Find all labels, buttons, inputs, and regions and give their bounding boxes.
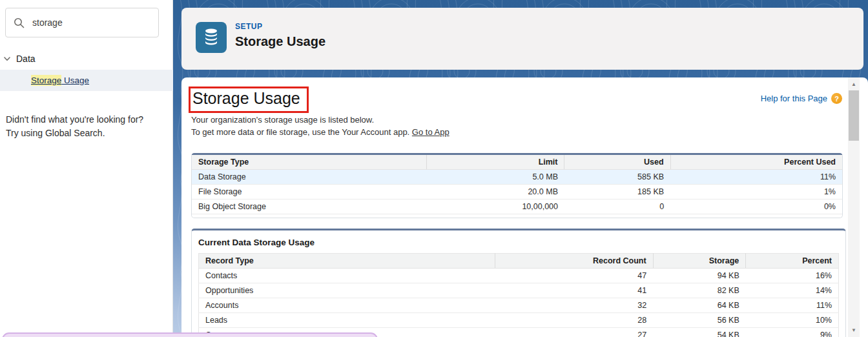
go-to-app-link[interactable]: Go to App — [412, 127, 450, 137]
table-cell: 20.0 MB — [427, 185, 564, 199]
search-input[interactable] — [32, 17, 142, 28]
column-header: Limit — [427, 155, 564, 170]
setup-sidebar: Data Storage Usage Didn't find what you'… — [0, 0, 173, 337]
table-cell: 28 — [495, 313, 653, 328]
storage-totals-table: Storage TypeLimitUsedPercent UsedData St… — [192, 155, 842, 214]
table-cell: 54 KB — [653, 328, 746, 337]
table-cell: 14% — [746, 283, 839, 298]
sidebar-section-data[interactable]: Data — [0, 50, 173, 67]
bottom-overlay-popup — [2, 332, 378, 337]
table-cell: 27 — [495, 328, 653, 337]
column-header: Record Count — [495, 254, 653, 269]
column-header: Used — [564, 155, 670, 170]
table-cell: 10% — [746, 313, 839, 328]
not-found-line-2: Try using Global Search. — [6, 127, 167, 140]
table-cell: 82 KB — [653, 283, 746, 298]
table-cell: Contacts — [199, 269, 495, 283]
database-icon — [202, 27, 221, 48]
current-data-storage-block: Current Data Storage Usage Record TypeRe… — [191, 229, 846, 337]
chevron-down-icon[interactable] — [3, 55, 11, 63]
table-row: File Storage20.0 MB185 KB1% — [192, 185, 842, 199]
table-cell: 9% — [746, 328, 839, 337]
description-line-2-text: To get more data or file storage, use th… — [191, 127, 412, 137]
help-question-icon[interactable]: ? — [831, 93, 842, 104]
table-row: Data Storage5.0 MB585 KB11% — [192, 170, 842, 185]
description-line-2: To get more data or file storage, use th… — [191, 126, 450, 138]
search-match-highlight: Storage — [31, 75, 61, 86]
annotation-red-box: Storage Usage — [189, 87, 309, 113]
table-cell: Leads — [199, 313, 495, 328]
table-cell: 585 KB — [564, 170, 670, 185]
record-usage-table: Record TypeRecord CountStoragePercentCon… — [198, 253, 839, 337]
table-cell: 185 KB — [564, 185, 670, 199]
table-row: Leads2856 KB10% — [199, 313, 839, 328]
page-title: Storage Usage — [235, 34, 326, 49]
table-cell: Opportunities — [199, 283, 495, 298]
storage-totals-block: Storage TypeLimitUsedPercent UsedData St… — [191, 153, 843, 218]
help-link[interactable]: Help for this Page — [761, 94, 827, 103]
vertical-scrollbar[interactable]: ▲ ▼ — [848, 77, 860, 337]
table-cell: Data Storage — [192, 170, 427, 185]
record-table-title: Current Data Storage Usage — [198, 238, 839, 247]
storage-usage-link-rest: Usage — [61, 76, 89, 85]
table-row: Opportunities4182 KB14% — [199, 283, 839, 298]
table-cell: 16% — [746, 269, 839, 283]
table-cell: 11% — [670, 170, 842, 185]
table-cell: 5.0 MB — [427, 170, 564, 185]
column-header: Percent — [746, 254, 839, 269]
scroll-up-arrow-icon[interactable]: ▲ — [848, 79, 860, 90]
table-cell: 56 KB — [653, 313, 746, 328]
table-cell: Big Object Storage — [192, 199, 427, 214]
table-cell: 94 KB — [653, 269, 746, 283]
scroll-down-arrow-icon[interactable]: ▼ — [848, 325, 860, 336]
table-cell: 47 — [495, 269, 653, 283]
table-cell: 41 — [495, 283, 653, 298]
storage-usage-content: Storage Usage Help for this Page ? Your … — [181, 77, 868, 337]
table-cell: 1% — [670, 185, 842, 199]
table-row: Contacts4794 KB16% — [199, 269, 839, 283]
table-row: Big Object Storage10,00,00000% — [192, 199, 842, 214]
search-icon — [14, 17, 25, 28]
table-cell: 10,00,000 — [427, 199, 564, 214]
table-cell: 11% — [746, 298, 839, 313]
table-row: Accounts3264 KB11% — [199, 298, 839, 313]
column-header: Percent Used — [670, 155, 842, 170]
storage-usage-link[interactable]: Storage Usage — [31, 76, 89, 85]
column-header: Storage — [653, 254, 746, 269]
quick-find-search[interactable] — [5, 8, 159, 37]
table-cell: 0 — [564, 199, 670, 214]
table-cell: File Storage — [192, 185, 427, 199]
page-description: Your organization's storage usage is lis… — [191, 114, 450, 138]
setup-page-header: SETUP Storage Usage — [181, 8, 863, 70]
sidebar-section-label: Data — [16, 54, 36, 64]
table-cell: 0% — [670, 199, 842, 214]
not-found-line-1: Didn't find what you're looking for? — [6, 113, 167, 127]
table-cell: 64 KB — [653, 298, 746, 313]
content-heading: Storage Usage — [192, 89, 300, 108]
column-header: Record Type — [199, 254, 495, 269]
scrollbar-thumb[interactable] — [849, 90, 859, 141]
sidebar-help-text: Didn't find what you're looking for? Try… — [6, 113, 167, 140]
sidebar-item-storage-usage[interactable]: Storage Usage — [0, 70, 173, 91]
description-line-1: Your organization's storage usage is lis… — [191, 114, 450, 126]
table-cell: Accounts — [199, 298, 495, 313]
storage-icon-tile — [196, 22, 227, 53]
column-header: Storage Type — [192, 155, 427, 170]
setup-eyebrow: SETUP — [235, 22, 326, 31]
help-for-this-page: Help for this Page ? — [761, 93, 842, 104]
table-cell: 32 — [495, 298, 653, 313]
